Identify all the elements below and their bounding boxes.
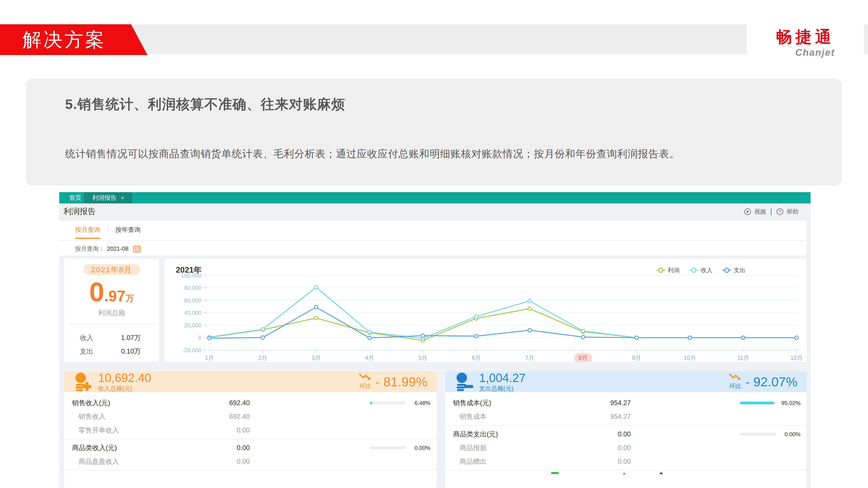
- summary-expense-label: 支出: [80, 347, 93, 356]
- view-tabs: 按月查询 按年查询: [75, 226, 141, 239]
- row-value: 0.00: [203, 458, 250, 465]
- view-tab-divider: [107, 226, 108, 233]
- tabs-divider-line: [59, 240, 807, 241]
- period-badge: 2021年8月: [83, 264, 140, 275]
- expense-total-label: 支出总额(元): [479, 386, 526, 392]
- nav-tab-label: 利润报告: [92, 194, 117, 202]
- row-value: 0.00: [203, 426, 250, 434]
- profit-summary-card: 2021年8月 0.97万 利润总额 收入 1.07万 支出 0.10万: [64, 259, 159, 362]
- svg-text:1月: 1月: [205, 355, 214, 361]
- slide-body-text: 统计销售情况可以按商品查询销货单统计表、毛利分析表；通过应收应付总账和明细账核对…: [65, 147, 680, 161]
- profit-amount: 0.97万: [64, 279, 159, 305]
- play-circle-icon[interactable]: [744, 208, 751, 215]
- toolbar: 视频 ? 帮助: [744, 208, 798, 216]
- svg-text:8月: 8月: [579, 355, 588, 361]
- toolbar-help-link[interactable]: 帮助: [786, 208, 798, 216]
- table-row: 销售成本954.27: [445, 410, 807, 423]
- svg-text:2月: 2月: [258, 355, 267, 361]
- group-divider: [445, 470, 807, 470]
- row-label: 销售成本: [460, 412, 487, 421]
- brand-logo-cn: 畅捷通: [747, 26, 864, 48]
- month-filter-value[interactable]: 2021-08: [107, 246, 128, 252]
- svg-text:40,000: 40,000: [184, 310, 202, 316]
- row-value: 0.00: [203, 444, 250, 452]
- close-icon[interactable]: ×: [121, 195, 124, 201]
- summary-income-label: 收入: [80, 333, 93, 343]
- row-percent: 0.00%: [777, 431, 801, 437]
- svg-text:100,000: 100,000: [181, 272, 202, 279]
- svg-text:7月: 7月: [525, 355, 534, 361]
- svg-text:-20,000: -20,000: [182, 347, 202, 354]
- svg-text:60,000: 60,000: [184, 297, 202, 304]
- cutoff-blue-mark: [623, 473, 625, 475]
- row-label: 销售成本(元): [453, 398, 491, 408]
- svg-text:9月: 9月: [632, 355, 641, 361]
- cutoff-dark-mark: [659, 472, 663, 474]
- row-label: 商品类支出(元): [453, 430, 498, 439]
- month-filter-label: 按月查询：: [75, 245, 104, 253]
- table-row: 销售成本(元)954.2795.02%: [445, 396, 807, 410]
- income-panel-header: 10,692.40 收入总额(元) 环比 - 81.99%: [64, 371, 437, 392]
- income-total-label: 收入总额(元): [98, 386, 151, 392]
- expense-panel: 1,004.27 支出总额(元) 环比 - 92.07% 销售成本(元)954.…: [445, 371, 807, 488]
- help-circle-icon[interactable]: ?: [776, 208, 783, 215]
- expense-mom-label: 环比: [729, 382, 741, 390]
- trend-down-icon: [729, 373, 742, 382]
- summary-income-value: 1.07万: [121, 333, 141, 343]
- table-row: 零售开单收入0.00: [64, 423, 437, 437]
- table-row: 销售收入692.40: [64, 410, 437, 423]
- row-value: 0.00: [584, 430, 631, 438]
- income-rows: 销售收入(元)692.406.48%销售收入692.40零售开单收入0.00商品…: [64, 392, 437, 472]
- month-filter: 按月查询： 2021-08: [75, 245, 141, 253]
- expense-total: 1,004.27: [479, 372, 526, 384]
- svg-text:20,000: 20,000: [184, 322, 202, 329]
- income-mom-label: 环比: [359, 382, 371, 390]
- summary-rows: 收入 1.07万 支出 0.10万: [64, 331, 159, 358]
- query-strip: 按月查询 按年查询 按月查询： 2021-08: [59, 221, 807, 256]
- dotted-divider: [70, 324, 153, 325]
- table-row: 商品报损0.00: [445, 441, 807, 455]
- income-panel: 10,692.40 收入总额(元) 环比 - 81.99% 销售收入(元)692…: [64, 371, 437, 488]
- svg-text:6月: 6月: [472, 355, 481, 361]
- row-value: 692.40: [203, 399, 250, 407]
- row-percent: 0.00%: [407, 445, 431, 451]
- progress-bar: [740, 433, 776, 435]
- page-title: 利润报告: [64, 206, 96, 217]
- row-value: 0.00: [584, 458, 631, 465]
- tab-monthly-query[interactable]: 按月查询: [75, 226, 100, 239]
- table-row: 商品类支出(元)0.000.00%: [445, 427, 807, 441]
- svg-text:5月: 5月: [418, 355, 428, 361]
- row-label: 商品类收入(元): [72, 443, 117, 452]
- profit-amount-label: 利润总额: [64, 308, 159, 318]
- table-row: 商品盘盈收入0.00: [64, 455, 437, 468]
- coins-plus-icon: [73, 372, 92, 391]
- coins-minus-icon: [455, 372, 473, 391]
- app-tabbar: 首页 利润报告 ×: [59, 192, 810, 203]
- svg-text:12月: 12月: [790, 355, 803, 361]
- svg-text:?: ?: [779, 209, 781, 214]
- svg-text:10月: 10月: [684, 355, 696, 361]
- progress-bar: [370, 446, 406, 449]
- intro-box: 5.销售统计、利润核算不准确、往来对账麻烦 统计销售情况可以按商品查询销货单统计…: [26, 78, 841, 186]
- row-percent: 95.02%: [777, 399, 801, 406]
- section-banner: 解决方案: [0, 24, 148, 55]
- app-window: 首页 利润报告 × 利润报告 视频 ? 帮助 按月查询 按年查询 按月查询： 2…: [59, 192, 810, 488]
- calendar-icon[interactable]: [133, 245, 141, 253]
- progress-bar: [740, 401, 776, 404]
- summary-expense-value: 0.10万: [121, 347, 141, 356]
- table-row: 商品赠出0.00: [445, 455, 807, 468]
- group-divider: [64, 470, 437, 470]
- svg-text:80,000: 80,000: [184, 285, 202, 291]
- group-divider: [64, 439, 437, 439]
- tab-yearly-query[interactable]: 按年查询: [116, 226, 141, 234]
- progress-bar: [370, 401, 406, 404]
- toolbar-video-link[interactable]: 视频: [754, 208, 766, 216]
- brand-logo-en: Chanjet: [747, 47, 864, 58]
- brand-logo: 畅捷通 Chanjet: [747, 25, 864, 54]
- cutoff-green-mark: [551, 472, 559, 474]
- nav-tab-profit-report[interactable]: 利润报告 ×: [84, 192, 132, 203]
- summary-row-income: 收入 1.07万: [64, 331, 159, 345]
- row-value: 692.40: [203, 413, 250, 421]
- svg-text:4月: 4月: [365, 355, 374, 361]
- cutoff-legend: [445, 471, 807, 476]
